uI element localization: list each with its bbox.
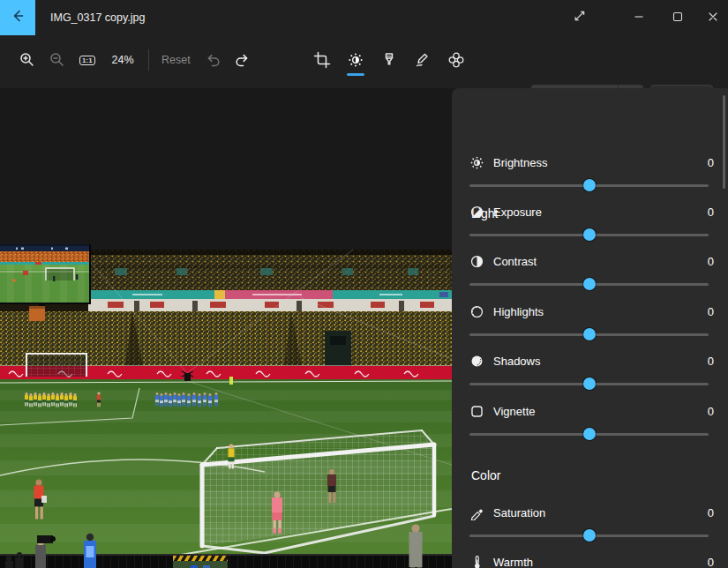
highlights-icon bbox=[469, 304, 484, 319]
close-icon bbox=[708, 10, 718, 26]
title-bar: IMG_0317 copy.jpg bbox=[0, 0, 728, 35]
slider-label-highlights: Highlights bbox=[493, 305, 544, 318]
slider-label-vignette: Vignette bbox=[493, 405, 535, 418]
row-warmth: Warmth 0 bbox=[469, 553, 714, 568]
slider-thumb[interactable] bbox=[583, 328, 596, 340]
tab-retouch[interactable] bbox=[440, 43, 472, 77]
edit-tabs bbox=[306, 41, 472, 79]
zoom-controls: 1:1 24% Reset bbox=[12, 41, 258, 79]
redo-button[interactable] bbox=[228, 45, 258, 75]
exposure-slider[interactable] bbox=[469, 228, 709, 242]
close-button[interactable] bbox=[697, 0, 728, 35]
slider-thumb[interactable] bbox=[583, 428, 596, 440]
zoom-in-icon bbox=[19, 51, 36, 69]
brightness-icon bbox=[469, 155, 484, 170]
slider-label-saturation: Saturation bbox=[493, 506, 545, 519]
shadows-slider[interactable] bbox=[469, 377, 709, 391]
redo-icon bbox=[234, 51, 251, 69]
crop-icon bbox=[313, 51, 331, 69]
slider-label-exposure: Exposure bbox=[493, 206, 542, 219]
slider-value-shadows: 0 bbox=[708, 355, 714, 368]
filter-brush-icon bbox=[380, 51, 398, 69]
contrast-slider[interactable] bbox=[469, 277, 709, 291]
selected-tab-indicator bbox=[347, 73, 364, 76]
slider-label-brightness: Brightness bbox=[493, 156, 547, 169]
photo-stadium[interactable] bbox=[0, 244, 452, 568]
zoom-out-button[interactable] bbox=[42, 45, 72, 75]
row-exposure: Exposure 0 bbox=[469, 203, 714, 249]
tab-filter[interactable] bbox=[373, 43, 405, 77]
slider-value-highlights: 0 bbox=[708, 305, 714, 318]
vignette-icon bbox=[469, 404, 484, 419]
row-saturation: Saturation 0 bbox=[469, 504, 714, 549]
row-highlights: Highlights 0 bbox=[469, 303, 714, 348]
slider-label-warmth: Warmth bbox=[493, 556, 533, 568]
zoom-out-icon bbox=[49, 51, 66, 69]
slider-value-saturation: 0 bbox=[708, 506, 714, 519]
slider-thumb[interactable] bbox=[583, 228, 596, 241]
slider-label-contrast: Contrast bbox=[493, 255, 537, 268]
fullscreen-icon bbox=[572, 8, 588, 27]
tab-adjustment[interactable] bbox=[340, 43, 372, 77]
actual-size-button[interactable]: 1:1 bbox=[72, 45, 102, 75]
slider-thumb[interactable] bbox=[583, 179, 596, 191]
slider-label-shadows: Shadows bbox=[493, 355, 540, 368]
tab-markup[interactable] bbox=[407, 43, 439, 77]
zoom-level: 24% bbox=[102, 54, 143, 66]
tab-crop[interactable] bbox=[306, 43, 338, 77]
saturation-icon bbox=[469, 505, 484, 520]
toolbar-divider bbox=[148, 49, 149, 71]
panel-scrollbar[interactable] bbox=[723, 95, 725, 189]
fullscreen-button[interactable] bbox=[563, 0, 597, 35]
adjustments-panel: Light Brightness 0 Exposure 0 bbox=[452, 88, 728, 568]
minimize-button[interactable] bbox=[619, 0, 658, 35]
saturation-slider[interactable] bbox=[469, 528, 709, 542]
slider-value-warmth: 0 bbox=[708, 556, 714, 568]
slider-thumb[interactable] bbox=[583, 278, 596, 290]
slider-value-contrast: 0 bbox=[708, 255, 714, 268]
back-button[interactable] bbox=[0, 0, 35, 35]
row-brightness: Brightness 0 bbox=[469, 153, 714, 199]
minimize-icon bbox=[634, 10, 644, 26]
image-canvas bbox=[0, 88, 452, 568]
maximize-icon bbox=[672, 10, 683, 26]
undo-button[interactable] bbox=[198, 45, 228, 75]
exposure-icon bbox=[469, 205, 484, 220]
slider-value-exposure: 0 bbox=[708, 206, 714, 219]
section-title-color: Color bbox=[471, 468, 500, 482]
shadows-icon bbox=[469, 354, 484, 369]
maximize-button[interactable] bbox=[658, 0, 697, 35]
photos-editor-window: IMG_0317 copy.jpg bbox=[0, 0, 728, 568]
markup-pen-icon bbox=[414, 51, 432, 69]
brightness-slider[interactable] bbox=[469, 178, 709, 192]
adjustment-icon bbox=[347, 51, 364, 69]
undo-icon bbox=[204, 51, 221, 69]
warmth-icon bbox=[469, 555, 484, 568]
slider-value-vignette: 0 bbox=[708, 405, 714, 418]
slider-thumb[interactable] bbox=[583, 377, 596, 390]
stadium-screen bbox=[0, 244, 91, 313]
vignette-slider[interactable] bbox=[469, 427, 709, 441]
slider-thumb[interactable] bbox=[583, 529, 596, 542]
reset-button[interactable]: Reset bbox=[154, 45, 198, 75]
retouch-clover-icon bbox=[447, 51, 465, 69]
editor-toolbar: 1:1 24% Reset bbox=[0, 35, 728, 88]
slider-value-brightness: 0 bbox=[708, 156, 714, 169]
back-arrow-icon bbox=[9, 7, 26, 28]
actual-size-icon: 1:1 bbox=[79, 56, 95, 65]
highlights-slider[interactable] bbox=[469, 327, 709, 341]
row-contrast: Contrast 0 bbox=[469, 252, 714, 298]
contrast-icon bbox=[469, 254, 484, 269]
row-shadows: Shadows 0 bbox=[469, 352, 714, 398]
window-title: IMG_0317 copy.jpg bbox=[50, 0, 145, 35]
zoom-in-button[interactable] bbox=[12, 45, 42, 75]
row-vignette: Vignette 0 bbox=[469, 402, 714, 448]
